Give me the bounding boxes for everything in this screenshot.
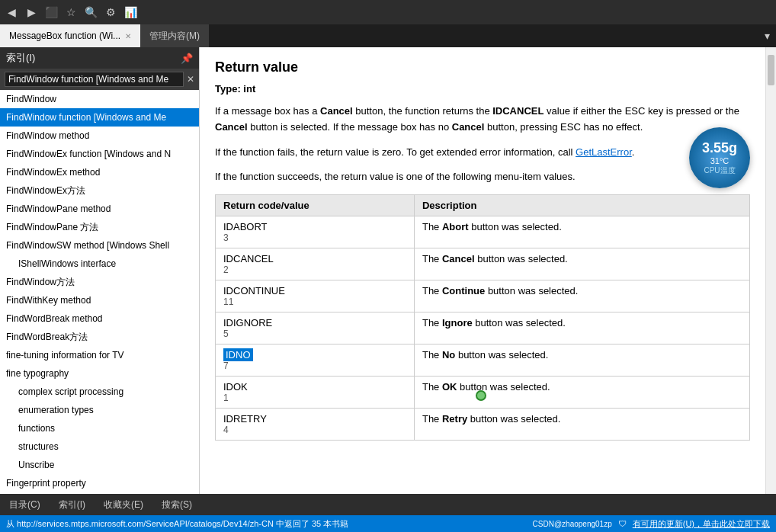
tab-messagebox[interactable]: MessageBox function (Wi... ✕: [0, 24, 140, 47]
return-table: Return code/value Description IDABORT 3 …: [215, 194, 750, 441]
bold-cancel1: Cancel: [320, 105, 353, 117]
table-row-idretry: IDRETRY 4 The Retry button was selected.: [216, 409, 750, 441]
list-item[interactable]: functions: [0, 419, 199, 437]
table-row-idcancel: IDCANCEL 2 The Cancel button was selecte…: [216, 248, 750, 280]
list-item[interactable]: FindWindow方法: [0, 273, 199, 291]
bottom-tab-search[interactable]: 搜索(S): [152, 494, 201, 515]
table-row-idno: IDNO 7 The No button was selected.: [216, 345, 750, 377]
list-item[interactable]: FindWindowEx method: [0, 163, 199, 181]
sidebar-list: FindWindow FindWindow function [Windows …: [0, 90, 199, 494]
table-header-code: Return code/value: [216, 195, 415, 216]
list-item[interactable]: FindWindowPane method: [0, 200, 199, 218]
bold-cancel2: Cancel: [215, 121, 248, 133]
bottom-tab-favorites-label: 收藏夹(E): [104, 498, 143, 511]
sidebar: 索引(I) 📌 ✕ FindWindow FindWindow function…: [0, 47, 200, 494]
list-item[interactable]: FindWindowEx方法: [0, 181, 199, 200]
code-idok: IDOK: [223, 381, 406, 393]
content-area: Return value Type: int If a message box …: [200, 47, 765, 494]
content-wrapper: Return value Type: int If a message box …: [200, 47, 776, 494]
list-item[interactable]: FindWindow method: [0, 127, 199, 145]
cpu-widget: 3.55g 31°C CPU温度: [689, 127, 750, 188]
bold-cancel-row: Cancel: [442, 253, 475, 264]
bold-retry: Retry: [442, 413, 467, 425]
bookmark-icon[interactable]: ☆: [64, 5, 78, 19]
mouse-cursor: [476, 390, 486, 401]
idno-highlight: IDNO: [223, 348, 253, 361]
list-item[interactable]: structures: [0, 437, 199, 456]
type-value: int: [243, 83, 255, 95]
list-item[interactable]: Unscribe: [0, 456, 199, 474]
getlasterror-link[interactable]: GetLastError: [576, 146, 632, 158]
statusbar-update[interactable]: 有可用的更新(U)，单击此处立即下载: [633, 518, 770, 530]
list-item[interactable]: IShellWindows interface: [0, 255, 199, 273]
list-item[interactable]: enumeration types: [0, 401, 199, 419]
sidebar-search-input[interactable]: [5, 72, 184, 87]
val-idcancel: 2: [223, 264, 406, 275]
chart-icon[interactable]: 📊: [123, 5, 137, 19]
list-item[interactable]: FindWordBreak方法: [0, 328, 199, 346]
cpu-temp: 31°C: [710, 156, 730, 165]
val-idretry: 4: [223, 425, 406, 435]
settings-icon[interactable]: ⚙: [104, 5, 117, 19]
main-area: 索引(I) 📌 ✕ FindWindow FindWindow function…: [0, 47, 776, 494]
code-idignore: IDIGNORE: [223, 317, 406, 328]
list-item[interactable]: FindWindowPane 方法: [0, 218, 199, 236]
list-item-selected[interactable]: FindWindow function [Windows and Me: [0, 108, 199, 127]
code-idno: IDNO: [223, 349, 406, 361]
val-idignore: 5: [223, 328, 406, 339]
tab-close-messagebox[interactable]: ✕: [125, 32, 131, 40]
code-idabort: IDABORT: [223, 221, 406, 232]
statusbar-right: CSDN@zhaopeng01zp 🛡 有可用的更新(U)，单击此处立即下载: [533, 518, 770, 530]
list-item[interactable]: FindWindowEx function [Windows and N: [0, 145, 199, 163]
bold-ok: OK: [442, 381, 457, 393]
bottom-tab-toc[interactable]: 目录(C): [0, 494, 50, 515]
scrollbar[interactable]: [765, 47, 776, 494]
val-idcontinue: 11: [223, 296, 406, 307]
bold-abort: Abort: [442, 221, 469, 232]
tab-manage[interactable]: 管理内容(M): [140, 24, 209, 47]
bottom-tab-index[interactable]: 索引(I): [50, 494, 95, 515]
val-idabort: 3: [223, 232, 406, 243]
type-label: Type:: [215, 83, 241, 95]
bottom-tab-index-label: 索引(I): [59, 498, 85, 511]
list-item[interactable]: complex script processing: [0, 383, 199, 401]
table-row-idcontinue: IDCONTINUE 11 The Continue button was se…: [216, 280, 750, 312]
code-idretry: IDRETRY: [223, 413, 406, 425]
statusbar-url: 从 http://services.mtps.microsoft.com/Ser…: [6, 518, 348, 530]
tabbar: MessageBox function (Wi... ✕ 管理内容(M) ▾: [0, 24, 776, 47]
list-item[interactable]: FindWordBreak method: [0, 309, 199, 328]
return-value-title: Return value: [215, 59, 750, 75]
val-idok: 1: [223, 393, 406, 403]
bold-idcancel: IDCANCEL: [492, 105, 544, 117]
content-para-3: If the function succeeds, the return val…: [215, 169, 750, 185]
bold-continue: Continue: [442, 285, 485, 296]
statusbar-brand: CSDN@zhaopeng01zp: [533, 520, 612, 528]
statusbar: 从 http://services.mtps.microsoft.com/Ser…: [0, 515, 776, 532]
sidebar-search-bar: ✕: [0, 69, 199, 90]
cpu-value: 3.55g: [702, 140, 737, 156]
list-item[interactable]: fine-tuning information for TV: [0, 346, 199, 364]
bottom-tab-favorites[interactable]: 收藏夹(E): [95, 494, 152, 515]
back-icon[interactable]: ◀: [5, 5, 18, 19]
tab-dropdown-icon[interactable]: ▾: [758, 24, 776, 47]
code-idcancel: IDCANCEL: [223, 253, 406, 264]
tab-label-messagebox: MessageBox function (Wi...: [9, 30, 120, 41]
cpu-label: CPU温度: [704, 165, 735, 176]
tab-label-manage: 管理内容(M): [149, 30, 200, 43]
list-item-fine-typography[interactable]: fine typography: [0, 364, 199, 383]
content-para-2: If the function fails, the return value …: [215, 145, 750, 161]
content-para-1: If a message box has a Cancel button, th…: [215, 104, 750, 136]
sidebar-search-clear-icon[interactable]: ✕: [187, 74, 194, 85]
val-idno: 7: [223, 361, 406, 371]
bold-ignore: Ignore: [442, 317, 473, 328]
list-item[interactable]: FindWithKey method: [0, 291, 199, 309]
sidebar-title: 索引(I): [6, 51, 35, 65]
list-item[interactable]: FindWindow: [0, 90, 199, 108]
forward-icon[interactable]: ▶: [24, 5, 38, 19]
sidebar-pin-icon[interactable]: 📌: [181, 53, 193, 64]
list-item[interactable]: Fingerprint property: [0, 474, 199, 492]
list-item[interactable]: FindWindowSW method [Windows Shell: [0, 236, 199, 255]
stop-icon[interactable]: ⬛: [44, 5, 58, 19]
bottom-tab-toc-label: 目录(C): [9, 498, 40, 511]
search-icon[interactable]: 🔍: [84, 5, 98, 19]
